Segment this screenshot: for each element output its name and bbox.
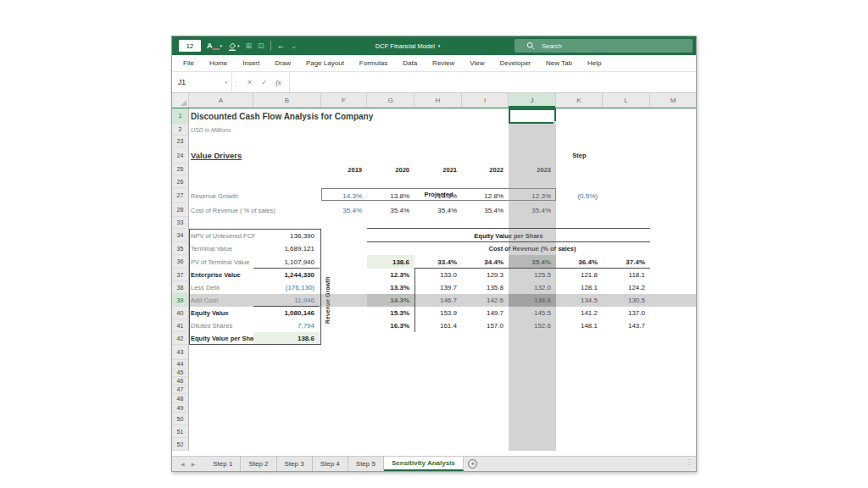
tab-page-layout[interactable]: Page Layout	[298, 55, 352, 71]
tabstrip-overflow-icon[interactable]: ⋮	[686, 458, 693, 466]
summary-value[interactable]: 1,080,146	[253, 307, 320, 319]
cost-of-revenue-cell[interactable]: 35.4%	[321, 203, 367, 217]
sensitivity-value[interactable]: 149.7	[462, 307, 509, 319]
sensitivity-value[interactable]: 130.5	[603, 294, 650, 307]
sensitivity-value[interactable]: 121.8	[556, 269, 603, 281]
year-cell[interactable]: 2023	[509, 164, 556, 175]
sheet-tab-step2[interactable]: Step 2	[241, 457, 276, 471]
sensitivity-col-header[interactable]: 33.4%	[415, 255, 462, 269]
sensitivity-value[interactable]: 124.2	[603, 281, 650, 294]
year-cell[interactable]: 2021	[415, 164, 462, 175]
summary-value[interactable]: (176,130)	[253, 281, 320, 294]
revenue-growth-cell[interactable]: 12.3%	[509, 188, 556, 203]
sensitivity-value[interactable]: 145.5	[509, 307, 556, 319]
tab-draw[interactable]: Draw	[267, 55, 298, 71]
row-header[interactable]: 51	[172, 425, 189, 438]
sensitivity-value[interactable]: 143.7	[603, 319, 650, 332]
cost-of-revenue-cell[interactable]: 35.4%	[415, 203, 462, 217]
row-header[interactable]: 33	[172, 217, 189, 229]
sensitivity-value[interactable]: 128.1	[556, 281, 603, 294]
tab-scroll-left-icon[interactable]: ◀	[181, 461, 185, 467]
row-header[interactable]: 45	[172, 369, 189, 377]
sheet-tab-step4[interactable]: Step 4	[313, 457, 348, 471]
sensitivity-value[interactable]: 139.7	[415, 281, 462, 294]
sensitivity-value[interactable]: 146.7	[415, 294, 462, 307]
row-header[interactable]: 52	[172, 438, 189, 451]
sheet-tab-step5[interactable]: Step 5	[348, 457, 384, 471]
sheet-tab-step3[interactable]: Step 3	[277, 457, 313, 471]
column-header-B[interactable]: B	[253, 93, 321, 108]
sensitivity-value[interactable]: 125.5	[509, 269, 556, 281]
year-cell[interactable]: 2020	[367, 164, 415, 175]
sensitivity-col-header[interactable]: 37.4%	[603, 255, 650, 269]
sensitivity-value[interactable]: 133.0	[415, 269, 462, 281]
column-header-J[interactable]: J	[509, 93, 556, 108]
sheet-tab-step1[interactable]: Step 1	[205, 457, 241, 471]
sheet-subtitle[interactable]: USD in Millions	[191, 124, 360, 136]
row-header[interactable]: 47	[172, 385, 189, 394]
row-header[interactable]: 46	[172, 377, 189, 385]
sensitivity-value[interactable]: 148.1	[556, 319, 603, 332]
row-header[interactable]: 23	[172, 136, 189, 147]
qat-customize-icon[interactable]: ⌄	[291, 42, 298, 50]
sensitivity-value[interactable]: 153.9	[415, 307, 462, 319]
cost-of-revenue-cell[interactable]: 35.4%	[462, 203, 509, 217]
sensitivity-value[interactable]: 152.6	[509, 319, 556, 332]
sensitivity-value[interactable]: 135.8	[462, 281, 509, 294]
revenue-growth-step[interactable]: (0.5%)	[556, 188, 603, 203]
select-all-button[interactable]	[172, 93, 189, 108]
tab-file[interactable]: File	[175, 55, 202, 71]
cancel-icon[interactable]: ✕	[247, 78, 253, 86]
column-header-I[interactable]: I	[462, 93, 509, 108]
sensitivity-corner-value[interactable]: 138.6	[367, 255, 415, 269]
value-drivers-heading[interactable]: Value Drivers	[191, 147, 318, 164]
tab-view[interactable]: View	[462, 55, 492, 71]
tab-review[interactable]: Review	[425, 55, 462, 71]
tab-home[interactable]: Home	[202, 55, 235, 71]
sensitivity-row-header[interactable]: 13.3%	[367, 281, 415, 294]
column-header-L[interactable]: L	[603, 93, 650, 108]
undo-icon[interactable]: ←	[277, 42, 285, 50]
sheet-title[interactable]: Discounted Cash Flow Analysis for Compan…	[191, 108, 504, 124]
tab-developer[interactable]: Developer	[492, 55, 538, 71]
sensitivity-value[interactable]: 141.2	[556, 307, 603, 319]
revenue-growth-cell[interactable]: 12.8%	[462, 188, 509, 203]
fill-handle[interactable]	[554, 121, 556, 124]
search-box[interactable]: Search	[515, 39, 693, 53]
sensitivity-value[interactable]: 137.0	[603, 307, 650, 319]
summary-value[interactable]: 7,794	[253, 319, 320, 332]
tab-help[interactable]: Help	[580, 55, 609, 71]
document-title[interactable]: DCF Financial Model ▾	[376, 42, 441, 50]
sensitivity-value[interactable]: 129.3	[462, 269, 509, 281]
year-cell[interactable]: 2019	[321, 164, 367, 175]
row-header[interactable]: 49	[172, 403, 189, 413]
tab-formulas[interactable]: Formulas	[352, 55, 395, 71]
summary-value[interactable]: 136,390	[253, 229, 320, 242]
sensitivity-col-header[interactable]: 34.4%	[462, 255, 509, 269]
column-header-M[interactable]: M	[650, 93, 696, 108]
enter-icon[interactable]: ✓	[261, 78, 267, 86]
name-box[interactable]: J1 ▾	[172, 72, 231, 92]
tab-insert[interactable]: Insert	[235, 55, 267, 71]
sensitivity-value[interactable]: 142.6	[462, 294, 509, 307]
step-header[interactable]: Step	[556, 147, 603, 164]
sheet-tab-sensitivity-analysis[interactable]: Sensitivity Analysis	[384, 457, 464, 471]
sensitivity-value[interactable]: 132.0	[509, 281, 556, 294]
sensitivity-title[interactable]: Equity Value per Share	[367, 229, 650, 242]
font-size-box[interactable]: 12	[179, 40, 201, 52]
cost-of-revenue-label[interactable]: Cost of Revenue ( % of sales)	[191, 203, 320, 217]
revenue-growth-cell[interactable]: 14.3%	[321, 188, 367, 203]
cost-of-revenue-cell[interactable]: 35.4%	[367, 203, 415, 217]
sensitivity-value[interactable]: 138.6	[509, 294, 556, 307]
column-header-H[interactable]: H	[415, 93, 462, 108]
sensitivity-value[interactable]: 157.0	[462, 319, 509, 332]
row-header[interactable]: 44	[172, 360, 189, 369]
merge-grid-icon[interactable]: ⊡	[258, 42, 264, 50]
row-header[interactable]: 43	[172, 345, 189, 360]
sensitivity-row-header[interactable]: 15.3%	[367, 307, 415, 319]
summary-value[interactable]: 1,107,940	[253, 255, 320, 269]
column-header-K[interactable]: K	[556, 93, 603, 108]
revenue-growth-label[interactable]: Revenue Growth	[191, 188, 320, 203]
name-box-dropdown-icon[interactable]: ▾	[225, 80, 227, 85]
column-header-A[interactable]: A	[189, 93, 253, 108]
